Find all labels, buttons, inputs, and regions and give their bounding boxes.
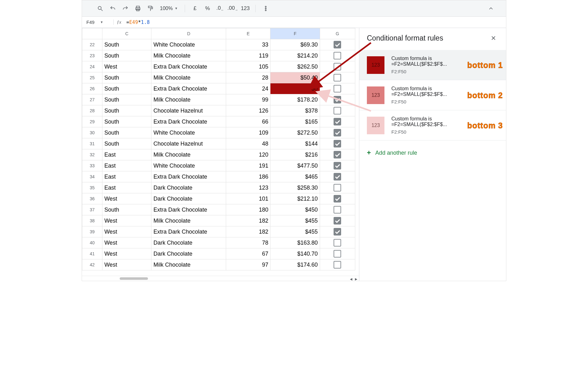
cell[interactable]: West — [102, 226, 151, 237]
checkbox-unchecked-icon[interactable] — [334, 184, 341, 191]
cell[interactable]: 24 — [226, 83, 270, 94]
checkbox-checked-icon[interactable] — [334, 118, 341, 125]
row-header[interactable]: 31 — [82, 138, 102, 149]
cell[interactable] — [320, 182, 355, 193]
cell[interactable]: 66 — [226, 116, 270, 127]
checkbox-unchecked-icon[interactable] — [334, 261, 341, 269]
cell[interactable]: $455 — [270, 215, 320, 226]
cell[interactable]: $477.50 — [270, 160, 320, 171]
cell[interactable] — [320, 138, 355, 149]
checkbox-unchecked-icon[interactable] — [334, 74, 341, 81]
cell[interactable]: Dark Chocolate — [151, 182, 226, 193]
column-header[interactable]: E — [226, 28, 270, 39]
row-header[interactable]: 32 — [82, 149, 102, 160]
cell[interactable] — [320, 61, 355, 72]
cell[interactable] — [320, 160, 355, 171]
cell[interactable]: South — [102, 94, 151, 105]
cell[interactable] — [320, 39, 355, 50]
add-rule-button[interactable]: + Add another rule — [367, 149, 498, 157]
cell[interactable]: South — [102, 127, 151, 138]
scrollbar-thumb[interactable] — [120, 277, 148, 280]
cell[interactable] — [320, 94, 355, 105]
checkbox-unchecked-icon[interactable] — [334, 52, 341, 59]
cell[interactable]: $144 — [270, 138, 320, 149]
cell[interactable]: Extra Dark Chocolate — [151, 61, 226, 72]
vertical-scrollbar[interactable] — [354, 28, 359, 276]
cell[interactable]: West — [102, 248, 151, 259]
cell[interactable]: 101 — [226, 193, 270, 204]
cell[interactable]: $178.20 — [270, 94, 320, 105]
format-rule[interactable]: 123Custom formula is=F2=SMALL($F$2:$F$..… — [359, 50, 506, 80]
print-icon[interactable] — [132, 3, 144, 14]
cell[interactable]: South — [102, 204, 151, 215]
cell[interactable]: West — [102, 61, 151, 72]
row-header[interactable]: 26 — [82, 83, 102, 94]
more-icon[interactable] — [260, 3, 271, 14]
cell[interactable]: $140.70 — [270, 248, 320, 259]
cell[interactable] — [320, 127, 355, 138]
cell[interactable]: West — [102, 237, 151, 248]
cell[interactable]: $174.60 — [270, 259, 320, 270]
cell[interactable]: $165 — [270, 116, 320, 127]
cell[interactable]: South — [102, 83, 151, 94]
cell[interactable]: Chocolate Hazelnut — [151, 105, 226, 116]
close-icon[interactable] — [489, 34, 498, 42]
cell[interactable]: 191 — [226, 160, 270, 171]
cell[interactable]: South — [102, 116, 151, 127]
cell[interactable]: 97 — [226, 259, 270, 270]
cell[interactable] — [320, 72, 355, 83]
cell[interactable]: $50.40 — [270, 72, 320, 83]
cell[interactable]: 78 — [226, 237, 270, 248]
cell[interactable]: $214.20 — [270, 50, 320, 61]
cell[interactable]: East — [102, 149, 151, 160]
undo-icon[interactable] — [107, 3, 118, 14]
row-header[interactable]: 37 — [82, 204, 102, 215]
cell[interactable]: $450 — [270, 204, 320, 215]
cell[interactable]: Chocolate Hazelnut — [151, 138, 226, 149]
zoom-dropdown[interactable]: 100% ▼ — [157, 6, 180, 11]
checkbox-unchecked-icon[interactable] — [334, 250, 341, 258]
column-header[interactable]: D — [151, 28, 226, 39]
cell[interactable]: 123 — [226, 182, 270, 193]
cell[interactable]: West — [102, 193, 151, 204]
cell[interactable] — [320, 105, 355, 116]
cell[interactable]: Dark Chocolate — [151, 248, 226, 259]
column-header-selected[interactable]: F — [270, 28, 320, 39]
row-header[interactable]: 30 — [82, 127, 102, 138]
cell[interactable]: $378 — [270, 105, 320, 116]
cell[interactable]: Milk Chocolate — [151, 72, 226, 83]
cell[interactable]: Milk Chocolate — [151, 50, 226, 61]
row-header[interactable]: 23 — [82, 50, 102, 61]
row-header[interactable]: 34 — [82, 171, 102, 182]
cell[interactable]: $272.50 — [270, 127, 320, 138]
cell[interactable]: 33 — [226, 39, 270, 50]
row-header[interactable]: 35 — [82, 182, 102, 193]
cell[interactable]: 105 — [226, 61, 270, 72]
cell[interactable]: Extra Dark Chocolate — [151, 83, 226, 94]
collapse-toolbar-icon[interactable] — [485, 3, 497, 14]
cell[interactable]: $0 — [270, 83, 320, 94]
cell[interactable]: Extra Dark Chocolate — [151, 171, 226, 182]
cell[interactable]: 120 — [226, 149, 270, 160]
cell[interactable]: South — [102, 50, 151, 61]
row-header[interactable]: 28 — [82, 105, 102, 116]
column-header[interactable]: G — [320, 28, 355, 39]
cell[interactable]: 109 — [226, 127, 270, 138]
checkbox-unchecked-icon[interactable] — [334, 206, 341, 213]
cell[interactable]: White Chocolate — [151, 127, 226, 138]
checkbox-checked-icon[interactable] — [334, 162, 341, 169]
cell[interactable]: 119 — [226, 50, 270, 61]
cell[interactable]: 180 — [226, 204, 270, 215]
cell[interactable]: $262.50 — [270, 61, 320, 72]
checkbox-checked-icon[interactable] — [334, 129, 341, 136]
checkbox-unchecked-icon[interactable] — [334, 85, 341, 92]
cell[interactable] — [320, 226, 355, 237]
cell[interactable]: Extra Dark Chocolate — [151, 204, 226, 215]
format-rule[interactable]: 123Custom formula is=F2=SMALL($F$2:$F$..… — [359, 110, 506, 141]
formula-input[interactable]: =E49*1.8 — [124, 19, 150, 25]
increase-decimal-button[interactable]: .00→ — [227, 5, 238, 12]
row-header[interactable]: 24 — [82, 61, 102, 72]
checkbox-unchecked-icon[interactable] — [334, 239, 341, 247]
cell[interactable]: East — [102, 182, 151, 193]
cell[interactable]: West — [102, 215, 151, 226]
